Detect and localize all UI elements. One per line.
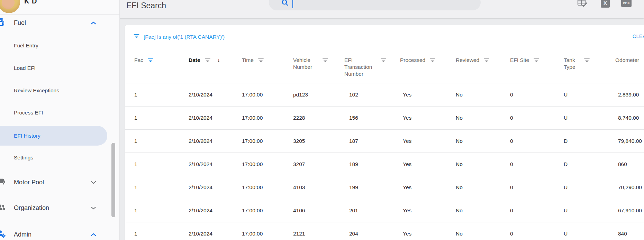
column-header-date[interactable]: Date ↓ [180, 48, 233, 83]
people-icon [0, 203, 6, 213]
chevron-up-icon [91, 231, 96, 238]
column-header-fac[interactable]: Fac [125, 48, 180, 83]
filter-expression[interactable]: [Fac] Is any of('1 (RTA CANARY)') [134, 34, 225, 40]
filter-icon[interactable] [323, 58, 328, 64]
sidebar-scrollbar[interactable] [111, 143, 115, 217]
car-icon [0, 177, 6, 187]
sidebar-section-motor-pool[interactable]: Motor Pool [0, 176, 119, 188]
pdf-icon-label: PDF [623, 1, 630, 5]
filter-icon-active[interactable] [148, 58, 153, 64]
search-input[interactable] [293, 0, 481, 8]
table-row[interactable]: 12/10/202417:00:004103199YesNo0U70,290.0… [125, 176, 644, 199]
column-header-reviewed[interactable]: Reviewed [447, 48, 501, 83]
table-cell: No [447, 231, 501, 237]
table-cell: 1 [125, 161, 180, 167]
table-cell: No [447, 207, 501, 214]
table-cell: 1 [125, 138, 180, 144]
table-cell: 17:00:00 [233, 184, 284, 191]
sidebar-item-load-efi[interactable]: Load EFI [0, 63, 119, 74]
table-cell: 2/10/2024 [180, 92, 233, 98]
filter-icon[interactable] [258, 58, 264, 64]
sidebar-item-label: Settings [14, 155, 33, 161]
table-cell: 0 [501, 161, 555, 167]
export-pdf-icon[interactable]: PDF [621, 0, 632, 7]
sidebar-item-review-exceptions[interactable]: Review Exceptions [0, 85, 119, 96]
user-profile[interactable]: K D [0, 0, 119, 15]
table-cell: 0 [501, 207, 555, 214]
chevron-down-icon [91, 205, 96, 211]
filter-icon [134, 34, 139, 40]
table-cell: 0 [501, 115, 555, 121]
table-cell: 1 [125, 92, 180, 98]
table-cell: 3205 [284, 138, 340, 144]
table-cell: Yes [394, 92, 447, 98]
column-header-label: EFI Site [510, 57, 529, 64]
table-cell: 0 [501, 184, 555, 191]
column-header-label: Reviewed [456, 57, 479, 64]
sidebar-divider [0, 15, 119, 15]
table-cell: U [555, 231, 609, 237]
column-header-label: Fac [134, 57, 143, 64]
column-header-efi-site[interactable]: EFI Site [501, 48, 555, 83]
column-header-efi-transaction-number[interactable]: EFI Transaction Number [340, 48, 394, 83]
sidebar-item-settings[interactable]: Settings [0, 152, 119, 163]
sidebar-item-process-efi[interactable]: Process EFI [0, 107, 119, 118]
column-header-odometer[interactable]: Odometer [609, 48, 644, 83]
table-cell: No [447, 115, 501, 121]
table-cell: Yes [394, 161, 447, 167]
table-row[interactable]: 12/10/202417:00:003205187YesNo0D79,840.0… [125, 130, 644, 153]
table-cell: pd123 [284, 92, 340, 98]
export-excel-icon[interactable]: X [601, 0, 610, 8]
table-cell: 204 [340, 231, 394, 237]
sidebar-item-efi-history-selected[interactable]: EFI History [0, 126, 107, 146]
table-cell: 840 [609, 231, 644, 237]
sidebar-section-fuel[interactable]: Fuel [0, 17, 119, 29]
column-chooser-icon[interactable] [577, 0, 588, 9]
table-cell: 70,290.00 [609, 184, 644, 191]
table-row[interactable]: 12/10/202417:00:004106201YesNo0U67,910.0… [125, 199, 644, 222]
chevron-down-icon [91, 179, 96, 185]
sidebar-item-fuel-entry[interactable]: Fuel Entry [0, 40, 119, 51]
table-row[interactable]: 12/10/202417:00:002228156YesNo0U8,740.00 [125, 107, 644, 130]
table-row[interactable]: 12/10/202417:00:002121204YesNo0U840 [125, 222, 644, 240]
table-cell: No [447, 184, 501, 191]
table-cell: No [447, 138, 501, 144]
table-cell: 2,839.00 [609, 92, 644, 98]
column-header-time[interactable]: Time [233, 48, 284, 83]
column-header-vehicle-number[interactable]: Vehicle Number [284, 48, 340, 83]
column-header-label: EFI Transaction Number [344, 57, 376, 77]
filter-icon[interactable] [484, 58, 489, 64]
clear-filter-button[interactable]: CLEAR [633, 34, 644, 39]
table-row[interactable]: 12/10/202417:00:003207189YesNo0D860 [125, 153, 644, 176]
sidebar-section-label: Organization [14, 204, 49, 212]
filter-icon[interactable] [430, 58, 435, 64]
table-cell: 0 [501, 138, 555, 144]
column-header-label: Processed [400, 57, 425, 64]
sidebar-section-admin[interactable]: Admin [0, 228, 119, 240]
table-cell: 4103 [284, 184, 340, 191]
user-name-label: K D [24, 0, 37, 5]
sidebar-item-label: Review Exceptions [14, 87, 59, 94]
column-header-tank-type[interactable]: Tank Type [555, 48, 609, 83]
sidebar-section-organization[interactable]: Organization [0, 202, 119, 214]
table-cell: No [447, 161, 501, 167]
avatar[interactable] [0, 0, 20, 13]
table-row[interactable]: 12/10/202417:00:00pd123102YesNo0U2,839.0… [125, 83, 644, 107]
filter-bar: [Fac] Is any of('1 (RTA CANARY)') CLEAR [125, 25, 644, 48]
table-cell: Yes [394, 184, 447, 191]
sidebar-item-label: Load EFI [14, 65, 36, 71]
table-cell: U [555, 115, 609, 121]
search-icon [281, 0, 289, 8]
filter-icon[interactable] [534, 58, 539, 64]
filter-icon[interactable] [205, 58, 210, 64]
table-cell: 67,910.00 [609, 207, 644, 214]
search-box[interactable] [269, 0, 481, 10]
table-cell: 2121 [284, 231, 340, 237]
table-cell: 102 [340, 92, 394, 98]
table-cell: D [555, 161, 609, 167]
filter-icon[interactable] [381, 58, 386, 64]
filter-icon[interactable] [584, 58, 590, 64]
sidebar-section-label: Admin [14, 231, 31, 238]
table-cell: 17:00:00 [233, 115, 284, 121]
column-header-processed[interactable]: Processed [394, 48, 447, 83]
